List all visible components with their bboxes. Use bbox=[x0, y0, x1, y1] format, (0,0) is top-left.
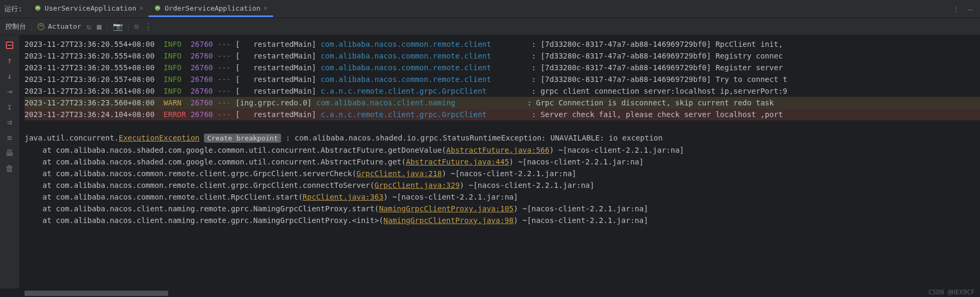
tab-OrderServiceApplication[interactable]: OrderServiceApplication✕ bbox=[149, 1, 273, 17]
log-line: 2023-11-27T23:36:20.557+08:00 INFO 26760… bbox=[24, 73, 980, 85]
blank-line bbox=[24, 120, 980, 132]
minimize-icon[interactable]: — bbox=[965, 5, 976, 13]
svg-point-1 bbox=[155, 5, 161, 11]
print-icon[interactable]: 🖶 bbox=[5, 148, 14, 158]
stack-frame: at com.alibaba.nacos.shaded.com.google.c… bbox=[24, 156, 980, 168]
soft-wrap-icon[interactable]: ⇉ bbox=[7, 117, 12, 127]
tab-label: OrderServiceApplication bbox=[164, 4, 260, 12]
watermark: CSDN @HEX9CF bbox=[928, 288, 975, 297]
run-tabs-bar: 运行: UserServiceApplication✕OrderServiceA… bbox=[0, 0, 980, 18]
source-link[interactable]: NamingGrpcClientProxy.java:105 bbox=[379, 204, 514, 213]
more-icon[interactable]: ⋮ bbox=[144, 22, 152, 31]
tab-label: UserServiceApplication bbox=[45, 4, 136, 12]
stack-frame: at com.alibaba.nacos.client.naming.remot… bbox=[24, 203, 980, 214]
run-label: 运行: bbox=[4, 4, 27, 14]
svg-point-0 bbox=[35, 5, 41, 11]
log-line: 2023-11-27T23:36:20.555+08:00 INFO 26760… bbox=[24, 50, 980, 62]
source-link[interactable]: AbstractFuture.java:445 bbox=[406, 158, 509, 166]
stack-frame: at com.alibaba.nacos.common.remote.clien… bbox=[24, 179, 980, 191]
log-line: 2023-11-27T23:36:24.104+08:00 ERROR 2676… bbox=[24, 109, 980, 120]
source-link[interactable]: AbstractFuture.java:566 bbox=[446, 146, 549, 154]
log-line: 2023-11-27T23:36:20.554+08:00 INFO 26760… bbox=[24, 38, 980, 50]
horizontal-scrollbar[interactable] bbox=[24, 291, 168, 296]
close-icon[interactable]: ✕ bbox=[139, 4, 143, 12]
log-line: 2023-11-27T23:36:20.555+08:00 INFO 26760… bbox=[24, 62, 980, 73]
up-arrow-icon[interactable]: ↑ bbox=[7, 55, 12, 65]
clear-icon[interactable]: ≡ bbox=[7, 133, 12, 143]
stop-icon[interactable]: ■ bbox=[97, 22, 102, 31]
tab-console[interactable]: 控制台 bbox=[5, 22, 26, 31]
camera-icon[interactable]: 📷 bbox=[113, 22, 123, 31]
source-link[interactable]: GrpcClient.java:329 bbox=[374, 181, 459, 189]
svg-point-2 bbox=[38, 23, 44, 30]
source-link[interactable]: GrpcClient.java:218 bbox=[357, 169, 442, 178]
actuator-label: Actuator bbox=[48, 22, 81, 30]
actuator-icon bbox=[37, 23, 45, 30]
scroll-to-end-icon[interactable]: ↧ bbox=[7, 102, 12, 112]
trash-icon[interactable]: 🗑 bbox=[5, 163, 14, 174]
console-gutter: ↑ ↓ ⇥ ↧ ⇉ ≡ 🖶 🗑 bbox=[0, 35, 19, 288]
exception-link[interactable]: ExecutionException bbox=[119, 134, 200, 142]
log-line: 2023-11-27T23:36:23.560+08:00 WARN 26760… bbox=[24, 97, 980, 109]
stack-frame: at com.alibaba.nacos.client.naming.remot… bbox=[24, 214, 980, 226]
exception-line: java.util.concurrent.ExecutionException … bbox=[24, 132, 980, 144]
spring-icon bbox=[34, 4, 42, 12]
close-icon[interactable]: ✕ bbox=[263, 4, 267, 12]
exit-icon[interactable]: ⎋ bbox=[134, 22, 139, 31]
spring-icon bbox=[154, 4, 161, 12]
source-link[interactable]: NamingGrpcClientProxy.java:98 bbox=[383, 216, 513, 225]
stack-frame: at com.alibaba.nacos.common.remote.clien… bbox=[24, 191, 980, 203]
tab-UserServiceApplication[interactable]: UserServiceApplication✕ bbox=[29, 1, 149, 17]
stack-frame: at com.alibaba.nacos.common.remote.clien… bbox=[24, 168, 980, 179]
export-icon[interactable]: ⇥ bbox=[7, 86, 12, 96]
source-link[interactable]: RpcClient.java:363 bbox=[303, 193, 384, 201]
stop-button[interactable] bbox=[5, 40, 14, 50]
stack-frame: at com.alibaba.nacos.shaded.com.google.c… bbox=[24, 144, 980, 156]
create-breakpoint-chip[interactable]: Create breakpoint bbox=[204, 134, 281, 143]
log-line: 2023-11-27T23:36:20.561+08:00 INFO 26760… bbox=[24, 85, 980, 97]
more-vertical-icon[interactable]: ⋮ bbox=[949, 5, 963, 13]
rerun-icon[interactable]: ↻ bbox=[87, 22, 92, 31]
down-arrow-icon[interactable]: ↓ bbox=[7, 71, 12, 81]
toolbar: 控制台 Actuator ↻ ■ 📷 ⎋ ⋮ bbox=[0, 18, 980, 35]
actuator-button[interactable]: Actuator bbox=[37, 22, 81, 30]
console-output[interactable]: 2023-11-27T23:36:20.554+08:00 INFO 26760… bbox=[19, 35, 980, 288]
